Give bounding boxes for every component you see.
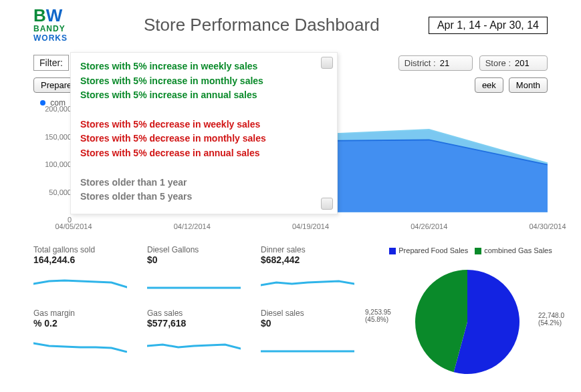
brand-logo: BBWW BANDY WORKS [33,7,90,43]
filter-option[interactable]: Stores with 5% decrease in weekly sales [80,118,328,132]
metric-card: Gas sales$577,618 [147,309,247,355]
scroll-down-icon[interactable] [321,198,333,210]
metric-value: $0 [147,254,247,265]
filter-label: Filter: [33,55,69,71]
filter-option[interactable]: Stores with 5% increase in weekly sales [80,59,328,74]
filter-option[interactable]: Stores with 5% decrease in monthly sales [80,132,328,146]
metric-value: $682,442 [261,254,361,265]
y-tick: 50,000 [49,188,72,196]
scroll-up-icon[interactable] [321,57,333,69]
metric-card: Gas margin% 0.2 [33,309,134,355]
legend-swatch [389,248,396,254]
sparkline [147,269,241,289]
metric-card: Dinner sales$682,442 [261,245,361,291]
x-tick: 04/30/2014 [529,222,566,230]
filter-option[interactable]: Stores older than 5 years [80,190,328,204]
metric-label: Dinner sales [261,245,361,254]
district-label: District : [404,58,436,68]
sparkline [147,333,241,353]
x-tick: 04/12/2014 [174,222,211,230]
store-input[interactable] [515,58,542,68]
pie-chart-svg [397,258,538,379]
district-select[interactable]: District : [398,55,473,71]
metric-label: Diesel Gallons [147,245,247,254]
metric-card: Total gallons sold164,244.6 [33,245,134,291]
sparkline [33,269,127,289]
metric-card: Diesel sales$0 [261,309,361,355]
date-range-display[interactable]: Apr 1, 14 - Apr 30, 14 [429,17,548,34]
metric-value: $0 [261,318,361,329]
y-tick: 150,000 [45,133,72,141]
metric-value: $577,618 [147,318,247,329]
legend-text: Prepared Food Sales [398,246,468,254]
y-tick: 100,000 [45,160,72,168]
filter-option[interactable]: Stores with 5% increase in monthly sales [80,74,328,89]
sparkline [33,333,127,353]
filter-option [80,161,328,176]
month-button[interactable]: Month [509,77,548,93]
page-title: Store Performance Dashboard [144,15,429,35]
store-select[interactable]: Store : [479,55,548,71]
pie-panel: Prepared Food Salescombined Gas Sales 22… [374,246,561,379]
metric-label: Total gallons sold [33,245,134,254]
y-tick: 200,000 [45,105,72,113]
metric-card: Diesel Gallons$0 [147,245,247,291]
metric-label: Gas sales [147,309,247,318]
filter-option[interactable]: Stores older than 1 year [80,176,328,190]
pie-legend: Prepared Food Salescombined Gas Sales [374,246,561,254]
metric-value: 164,244.6 [33,254,134,265]
x-tick: 04/26/2014 [411,222,447,230]
x-tick: 04/19/2014 [292,222,329,230]
filter-dropdown[interactable]: Stores with 5% increase in weekly salesS… [70,52,338,214]
metric-label: Gas margin [33,309,134,318]
x-tick: 04/05/2014 [55,222,92,230]
legend-swatch [475,248,481,254]
pie-slice-label-left: 9,253.95(45.8%) [365,309,391,323]
filter-option[interactable]: Stores with 5% decrease in annual sales [80,146,328,161]
metric-value: % 0.2 [33,318,134,329]
pie-chart: 22,748.0(54.2%) 9,253.95(45.8%) [397,258,538,379]
district-input[interactable] [440,58,467,68]
filter-option [80,103,328,118]
store-label: Store : [485,58,511,68]
sparkline [261,333,354,353]
filter-option[interactable]: Stores with 5% increase in annual sales [80,88,328,103]
sparkline [261,269,354,289]
metric-label: Diesel sales [261,309,361,318]
header: BBWW BANDY WORKS Store Performance Dashb… [0,0,581,47]
legend-text: combined Gas Sales [484,246,552,254]
pie-slice-label-right: 22,748.0(54.2%) [538,312,564,327]
week-button[interactable]: eek [475,77,503,93]
